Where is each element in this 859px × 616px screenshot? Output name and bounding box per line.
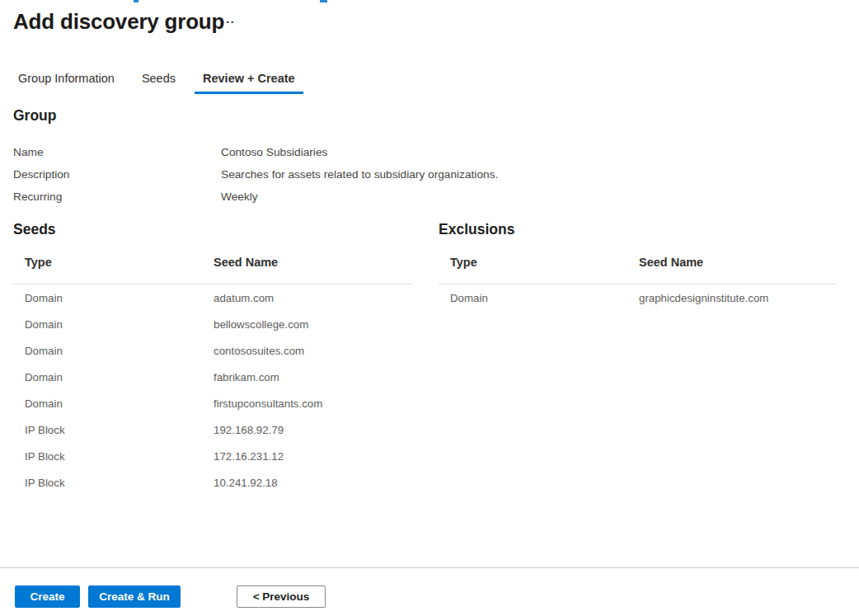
- create-and-run-button[interactable]: Create & Run: [88, 585, 181, 608]
- field-label-description: Description: [13, 168, 221, 181]
- cell-type: Domain: [13, 397, 214, 410]
- cell-type: Domain: [13, 292, 214, 304]
- group-section-heading: Group: [13, 107, 57, 125]
- table-row: IP Block 172.16.231.12: [13, 443, 412, 469]
- cell-seed-name: 172.16.231.12: [214, 450, 412, 463]
- ellipsis-icon: ···: [222, 16, 236, 29]
- group-summary-fields: Name Contoso Subsidiaries Description Se…: [13, 141, 590, 208]
- cell-type: IP Block: [13, 477, 214, 489]
- field-label-recurring: Recurring: [13, 190, 221, 203]
- cell-type: Domain: [13, 371, 214, 383]
- cell-seed-name: 10.241.92.18: [214, 477, 412, 489]
- table-row: Domain fabrikam.com: [13, 364, 412, 390]
- column-header-seed-name: Seed Name: [639, 256, 836, 269]
- column-header-seed-name: Seed Name: [214, 256, 412, 269]
- pivot-tabs: Group Information Seeds Review + Create: [10, 69, 314, 94]
- seeds-table-header: Type Seed Name: [13, 256, 412, 284]
- seeds-section-heading: Seeds: [13, 221, 412, 238]
- seeds-table: Type Seed Name Domain adatum.com Domain …: [13, 256, 412, 496]
- table-row: IP Block 10.241.92.18: [13, 469, 412, 496]
- exclusions-table: Type Seed Name Domain graphicdesigninsti…: [439, 256, 836, 311]
- cell-type: Domain: [13, 318, 214, 331]
- breadcrumb-clipped-link[interactable]: [320, 0, 327, 2]
- footer-divider: [0, 567, 859, 568]
- previous-button[interactable]: < Previous: [237, 585, 326, 608]
- exclusions-section: Exclusions Type Seed Name Domain graphic…: [439, 221, 836, 496]
- field-value-recurring: Weekly: [221, 190, 590, 203]
- cell-seed-name: contososuites.com: [214, 345, 412, 357]
- field-row: Recurring Weekly: [13, 186, 590, 208]
- field-row: Description Searches for assets related …: [13, 163, 590, 186]
- tab-review-create[interactable]: Review + Create: [195, 69, 303, 94]
- cell-seed-name: 192.168.92.79: [214, 424, 412, 436]
- page-title: Add discovery group: [13, 9, 224, 35]
- exclusions-table-header: Type Seed Name: [439, 256, 836, 284]
- tab-group-information[interactable]: Group Information: [10, 69, 123, 94]
- column-header-type: Type: [13, 256, 214, 269]
- cell-seed-name: fabrikam.com: [214, 371, 412, 383]
- table-row: Domain firstupconsultants.com: [13, 390, 412, 416]
- cell-type: IP Block: [13, 424, 214, 436]
- cell-type: Domain: [13, 345, 214, 357]
- cell-seed-name: adatum.com: [214, 292, 412, 304]
- table-row: Domain contososuites.com: [13, 337, 412, 364]
- field-label-name: Name: [13, 146, 221, 158]
- field-value-name: Contoso Subsidiaries: [221, 146, 590, 158]
- cell-seed-name: graphicdesigninstitute.com: [639, 292, 836, 304]
- cell-type: IP Block: [13, 450, 214, 463]
- breadcrumb-clipped-link[interactable]: [134, 0, 138, 2]
- column-header-type: Type: [439, 256, 639, 269]
- table-row: Domain adatum.com: [13, 284, 412, 311]
- table-row: Domain bellowscollege.com: [13, 311, 412, 337]
- create-button[interactable]: Create: [15, 585, 80, 608]
- more-options-button[interactable]: ···: [216, 12, 241, 33]
- field-row: Name Contoso Subsidiaries: [13, 141, 590, 163]
- seeds-section: Seeds Type Seed Name Domain adatum.com D…: [13, 221, 412, 496]
- tables-area: Seeds Type Seed Name Domain adatum.com D…: [13, 221, 836, 496]
- cell-seed-name: firstupconsultants.com: [214, 397, 412, 410]
- cell-seed-name: bellowscollege.com: [214, 318, 412, 331]
- cell-type: Domain: [439, 292, 639, 304]
- field-value-description: Searches for assets related to subsidiar…: [221, 168, 590, 181]
- exclusions-section-heading: Exclusions: [439, 221, 836, 238]
- table-row: IP Block 192.168.92.79: [13, 416, 412, 443]
- table-row: Domain graphicdesigninstitute.com: [439, 284, 836, 311]
- tab-seeds[interactable]: Seeds: [134, 69, 184, 94]
